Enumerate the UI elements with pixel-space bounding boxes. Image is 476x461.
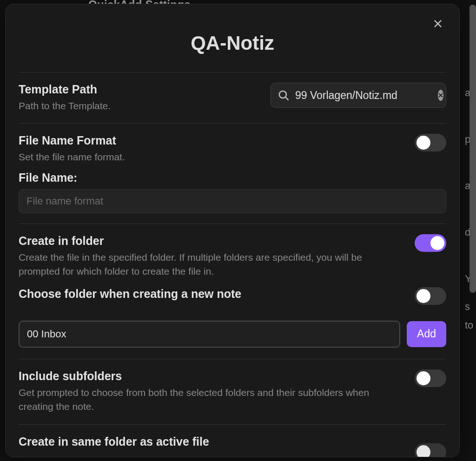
template-path-input[interactable]: [295, 89, 432, 102]
choose-folder-heading: Choose folder when creating a new note: [19, 287, 405, 301]
settings-modal: QA-Notiz Template Path Path to the Templ…: [5, 4, 460, 457]
template-path-input-wrap: [271, 83, 446, 108]
svg-line-3: [285, 97, 288, 100]
file-name-format-desc: Set the file name format.: [19, 150, 405, 164]
scrollbar[interactable]: [469, 5, 476, 293]
file-name-format-heading: File Name Format: [19, 134, 405, 147]
create-in-folder-heading: Create in folder: [19, 234, 405, 248]
file-name-format-toggle[interactable]: [415, 134, 446, 151]
include-subfolders-toggle[interactable]: [415, 369, 446, 387]
close-button[interactable]: [431, 17, 444, 30]
clear-input-button[interactable]: [438, 90, 443, 101]
x-icon: [438, 92, 443, 98]
create-in-folder-toggle[interactable]: [415, 234, 446, 252]
include-subfolders-desc: Get prompted to choose from both the sel…: [19, 386, 405, 414]
file-name-sublabel: File Name:: [19, 171, 446, 184]
search-icon: [278, 89, 290, 101]
same-folder-toggle[interactable]: [415, 443, 446, 457]
folder-input[interactable]: [19, 321, 400, 348]
include-subfolders-heading: Include subfolders: [19, 369, 405, 383]
add-folder-button[interactable]: Add: [407, 321, 446, 347]
close-icon: [433, 19, 443, 29]
template-path-heading: Template Path: [19, 83, 261, 96]
create-in-folder-desc: Create the file in the specified folder.…: [19, 250, 405, 279]
template-path-desc: Path to the Template.: [19, 99, 261, 113]
choose-folder-toggle[interactable]: [415, 287, 446, 305]
file-name-input[interactable]: [19, 189, 446, 213]
modal-title: QA-Notiz: [19, 4, 446, 72]
same-folder-heading: Create in same folder as active file: [19, 435, 405, 448]
